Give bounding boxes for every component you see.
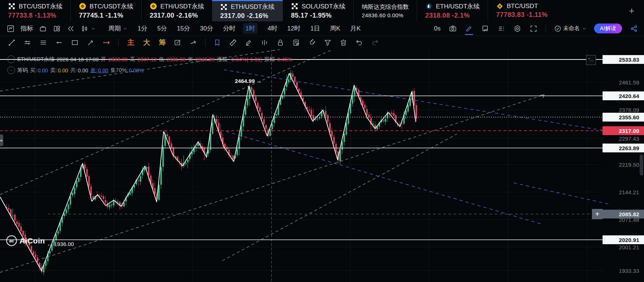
concentration-value: 0.00%	[129, 68, 144, 73]
diff-label: 差:	[90, 67, 97, 74]
high-label: 高	[130, 56, 135, 63]
chip-label: 筹码	[17, 67, 28, 74]
sell-label: 卖:	[50, 67, 57, 74]
open-label: 开	[101, 56, 106, 63]
price-label-2355.60[interactable]: 2355.60	[603, 113, 644, 122]
low-label: 低	[159, 56, 164, 63]
info-datetime: 2026-04-16 17:00	[57, 57, 99, 62]
add-price-line-button[interactable]: +	[592, 209, 603, 219]
price-label-2144.21: 2144.21	[603, 188, 644, 196]
price-chart[interactable]	[0, 0, 644, 282]
amplitude-value: 0.45%	[277, 57, 292, 62]
diff-value: 0.00	[98, 68, 108, 73]
line-anchor-icon[interactable]: ⌜⌓	[586, 55, 596, 65]
info-symbol: ETH/USDT永续	[17, 56, 55, 63]
peak-price-annotation[interactable]: 2464.99 →	[235, 78, 262, 84]
total-value: 0.00	[78, 68, 88, 73]
chip-info-line: 筹码 买:0.00 卖:0.00 共:0.00 差:0.00 集70%:0.00…	[7, 66, 144, 74]
price-label-2461.59: 2461.59	[603, 78, 644, 87]
price-label-2219.50: 2219.50	[603, 160, 644, 169]
aicoin-badge-icon: ac	[6, 235, 17, 246]
change-value: -0.04%(-1.01)	[230, 57, 262, 62]
aicoin-wordmark: AiCoin	[19, 236, 45, 245]
collapse-icon[interactable]	[7, 55, 15, 63]
sell-value: 0.00	[58, 68, 68, 73]
price-label-2001.21: 2001.21	[603, 243, 644, 252]
collapse-icon[interactable]	[7, 66, 15, 74]
open-value: 2338.00	[109, 57, 128, 62]
price-label-2297.43: 2297.43	[603, 134, 644, 143]
concentration-label: 集70%:	[110, 67, 128, 74]
low-value: 2336.58	[166, 57, 185, 62]
buy-label: 买:	[30, 67, 37, 74]
change-label: 涨幅	[217, 56, 228, 63]
sidebar-expand-handle[interactable]: ▶	[0, 134, 3, 146]
price-label-2533.83[interactable]: 2533.83	[603, 55, 644, 64]
buy-value: 0.00	[38, 68, 48, 73]
price-label-2263.89[interactable]: 2263.89	[603, 144, 644, 152]
price-label-1933.33: 1933.33	[603, 266, 644, 275]
close-label: 收	[188, 56, 193, 63]
price-label-2071.48: 2071.48	[603, 215, 644, 224]
price-label-2420.64[interactable]: 2420.64	[603, 91, 644, 100]
close-value: 2336.99	[195, 57, 214, 62]
ohlc-info-line: ETH/USDT永续 2026-04-16 17:00 开2338.00 高23…	[7, 55, 292, 63]
amplitude-label: 振幅	[264, 56, 275, 63]
axis-scrollbar[interactable]	[640, 154, 643, 176]
total-label: 共:	[70, 67, 77, 74]
aicoin-logo: ac AiCoin	[6, 235, 45, 246]
high-value: 2347.12	[137, 57, 156, 62]
low-price-annotation[interactable]: ← 1936.00	[47, 241, 74, 247]
